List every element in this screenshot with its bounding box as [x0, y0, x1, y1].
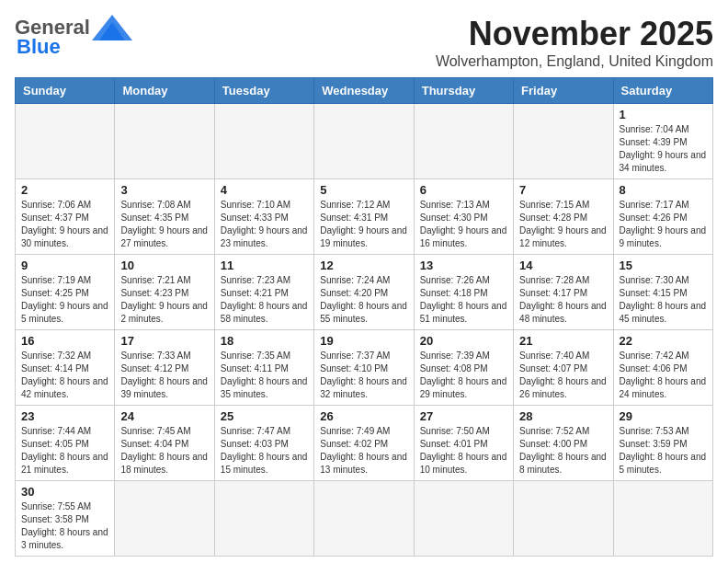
day-info: Sunrise: 7:44 AM Sunset: 4:05 PM Dayligh… [21, 425, 108, 477]
day-number: 17 [120, 334, 208, 348]
day-header-wednesday: Wednesday [314, 78, 414, 104]
day-info: Sunrise: 7:10 AM Sunset: 4:33 PM Dayligh… [221, 199, 308, 250]
day-number: 22 [620, 334, 707, 348]
calendar-cell: 27Sunrise: 7:50 AM Sunset: 4:01 PM Dayli… [414, 406, 513, 481]
day-info: Sunrise: 7:49 AM Sunset: 4:02 PM Dayligh… [320, 425, 407, 477]
day-number: 8 [620, 183, 707, 197]
calendar-cell: 5Sunrise: 7:12 AM Sunset: 4:31 PM Daylig… [314, 179, 414, 255]
day-info: Sunrise: 7:52 AM Sunset: 4:00 PM Dayligh… [519, 425, 607, 477]
calendar-cell: 6Sunrise: 7:13 AM Sunset: 4:30 PM Daylig… [414, 179, 513, 255]
calendar-cell [314, 104, 414, 179]
calendar-cell: 11Sunrise: 7:23 AM Sunset: 4:21 PM Dayli… [214, 255, 313, 330]
calendar-cell: 30Sunrise: 7:55 AM Sunset: 3:58 PM Dayli… [16, 481, 115, 557]
calendar-header-row: SundayMondayTuesdayWednesdayThursdayFrid… [16, 78, 713, 104]
calendar-cell [115, 104, 214, 179]
calendar-cell: 29Sunrise: 7:53 AM Sunset: 3:59 PM Dayli… [613, 406, 712, 481]
day-number: 2 [21, 183, 108, 197]
page-header: General Blue November 2025 Wolverhampton… [15, 15, 713, 70]
calendar-cell [414, 104, 513, 179]
day-info: Sunrise: 7:42 AM Sunset: 4:06 PM Dayligh… [620, 350, 707, 401]
day-number: 25 [221, 409, 308, 423]
day-info: Sunrise: 7:08 AM Sunset: 4:35 PM Dayligh… [120, 199, 208, 250]
day-number: 13 [420, 259, 507, 272]
week-row-2: 9Sunrise: 7:19 AM Sunset: 4:25 PM Daylig… [16, 255, 713, 330]
calendar-cell: 21Sunrise: 7:40 AM Sunset: 4:07 PM Dayli… [514, 330, 613, 406]
day-number: 27 [420, 409, 507, 423]
day-info: Sunrise: 7:47 AM Sunset: 4:03 PM Dayligh… [221, 425, 308, 477]
calendar-cell: 17Sunrise: 7:33 AM Sunset: 4:12 PM Dayli… [115, 330, 214, 406]
day-number: 1 [620, 108, 707, 121]
day-info: Sunrise: 7:24 AM Sunset: 4:20 PM Dayligh… [320, 274, 407, 326]
day-info: Sunrise: 7:39 AM Sunset: 4:08 PM Dayligh… [420, 350, 507, 401]
day-header-tuesday: Tuesday [214, 78, 313, 104]
day-number: 21 [519, 334, 607, 348]
day-info: Sunrise: 7:21 AM Sunset: 4:23 PM Dayligh… [120, 274, 208, 326]
calendar-cell: 24Sunrise: 7:45 AM Sunset: 4:04 PM Dayli… [115, 406, 214, 481]
day-info: Sunrise: 7:06 AM Sunset: 4:37 PM Dayligh… [21, 199, 108, 250]
calendar-cell: 3Sunrise: 7:08 AM Sunset: 4:35 PM Daylig… [115, 179, 214, 255]
week-row-0: 1Sunrise: 7:04 AM Sunset: 4:39 PM Daylig… [16, 104, 713, 179]
day-number: 20 [420, 334, 507, 348]
day-info: Sunrise: 7:15 AM Sunset: 4:28 PM Dayligh… [519, 199, 607, 250]
month-title: November 2025 [436, 15, 713, 53]
day-info: Sunrise: 7:28 AM Sunset: 4:17 PM Dayligh… [519, 274, 607, 326]
calendar-cell: 23Sunrise: 7:44 AM Sunset: 4:05 PM Dayli… [16, 406, 115, 481]
calendar-cell: 16Sunrise: 7:32 AM Sunset: 4:14 PM Dayli… [16, 330, 115, 406]
calendar-cell: 4Sunrise: 7:10 AM Sunset: 4:33 PM Daylig… [214, 179, 313, 255]
day-number: 24 [120, 409, 208, 423]
calendar-cell [414, 481, 513, 557]
week-row-3: 16Sunrise: 7:32 AM Sunset: 4:14 PM Dayli… [16, 330, 713, 406]
day-info: Sunrise: 7:12 AM Sunset: 4:31 PM Dayligh… [320, 199, 407, 250]
calendar-cell: 26Sunrise: 7:49 AM Sunset: 4:02 PM Dayli… [314, 406, 414, 481]
calendar-cell [613, 481, 712, 557]
calendar-cell: 20Sunrise: 7:39 AM Sunset: 4:08 PM Dayli… [414, 330, 513, 406]
day-info: Sunrise: 7:19 AM Sunset: 4:25 PM Dayligh… [21, 274, 108, 326]
calendar-cell: 10Sunrise: 7:21 AM Sunset: 4:23 PM Dayli… [115, 255, 214, 330]
calendar-cell: 14Sunrise: 7:28 AM Sunset: 4:17 PM Dayli… [514, 255, 613, 330]
day-info: Sunrise: 7:37 AM Sunset: 4:10 PM Dayligh… [320, 350, 407, 401]
day-number: 12 [320, 259, 407, 272]
day-number: 18 [221, 334, 308, 348]
calendar-cell [314, 481, 414, 557]
day-info: Sunrise: 7:50 AM Sunset: 4:01 PM Dayligh… [420, 425, 507, 477]
day-number: 4 [221, 183, 308, 197]
day-header-friday: Friday [514, 78, 613, 104]
calendar-cell [115, 481, 214, 557]
calendar-table: SundayMondayTuesdayWednesdayThursdayFrid… [15, 77, 713, 557]
day-number: 14 [519, 259, 607, 272]
day-number: 15 [620, 259, 707, 272]
day-number: 3 [120, 183, 208, 197]
day-number: 7 [519, 183, 607, 197]
day-info: Sunrise: 7:30 AM Sunset: 4:15 PM Dayligh… [620, 274, 707, 326]
calendar-cell [16, 104, 115, 179]
day-header-monday: Monday [115, 78, 214, 104]
week-row-5: 30Sunrise: 7:55 AM Sunset: 3:58 PM Dayli… [16, 481, 713, 557]
logo-icon [92, 15, 132, 40]
day-number: 11 [221, 259, 308, 272]
calendar-cell [214, 104, 313, 179]
calendar-cell: 1Sunrise: 7:04 AM Sunset: 4:39 PM Daylig… [613, 104, 712, 179]
day-info: Sunrise: 7:13 AM Sunset: 4:30 PM Dayligh… [420, 199, 507, 250]
day-info: Sunrise: 7:23 AM Sunset: 4:21 PM Dayligh… [221, 274, 308, 326]
calendar-cell: 22Sunrise: 7:42 AM Sunset: 4:06 PM Dayli… [613, 330, 712, 406]
location-subtitle: Wolverhampton, England, United Kingdom [436, 53, 713, 70]
logo-blue-text: Blue [15, 35, 61, 59]
calendar-cell: 9Sunrise: 7:19 AM Sunset: 4:25 PM Daylig… [16, 255, 115, 330]
calendar-cell: 15Sunrise: 7:30 AM Sunset: 4:15 PM Dayli… [613, 255, 712, 330]
calendar-cell: 18Sunrise: 7:35 AM Sunset: 4:11 PM Dayli… [214, 330, 313, 406]
calendar-cell: 7Sunrise: 7:15 AM Sunset: 4:28 PM Daylig… [514, 179, 613, 255]
logo: General Blue [15, 15, 132, 59]
day-number: 5 [320, 183, 407, 197]
week-row-4: 23Sunrise: 7:44 AM Sunset: 4:05 PM Dayli… [16, 406, 713, 481]
day-info: Sunrise: 7:35 AM Sunset: 4:11 PM Dayligh… [221, 350, 308, 401]
day-info: Sunrise: 7:32 AM Sunset: 4:14 PM Dayligh… [21, 350, 108, 401]
day-info: Sunrise: 7:33 AM Sunset: 4:12 PM Dayligh… [120, 350, 208, 401]
day-info: Sunrise: 7:04 AM Sunset: 4:39 PM Dayligh… [620, 123, 707, 175]
day-number: 30 [21, 485, 108, 499]
calendar-cell: 19Sunrise: 7:37 AM Sunset: 4:10 PM Dayli… [314, 330, 414, 406]
day-number: 26 [320, 409, 407, 423]
day-header-saturday: Saturday [613, 78, 712, 104]
day-header-thursday: Thursday [414, 78, 513, 104]
calendar-cell: 8Sunrise: 7:17 AM Sunset: 4:26 PM Daylig… [613, 179, 712, 255]
calendar-cell [514, 481, 613, 557]
